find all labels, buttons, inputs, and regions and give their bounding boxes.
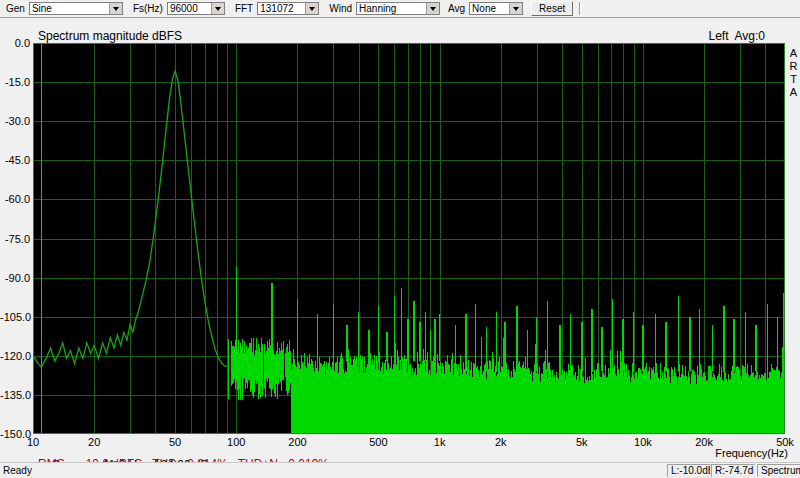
x-tick-label: 100 <box>227 436 245 448</box>
x-tick-label: 10k <box>634 436 652 448</box>
plot-title: Spectrum magnitude dBFS <box>38 29 182 43</box>
x-tick-label: 5k <box>576 436 588 448</box>
fft-size-select[interactable]: 131072 <box>257 2 319 15</box>
y-tick-label: -120.0 <box>0 350 30 362</box>
window-value: Hanning <box>357 3 426 14</box>
y-tick-label: -150.0 <box>0 428 30 440</box>
reset-button[interactable]: Reset <box>531 1 573 16</box>
averaging-value: None <box>470 3 509 14</box>
toolbar-separator <box>579 2 581 15</box>
x-tick-label: 500 <box>369 436 387 448</box>
y-tick-label: -135.0 <box>0 389 30 401</box>
spectrum-plot[interactable] <box>33 43 785 434</box>
x-tick-label: 20 <box>88 436 100 448</box>
chevron-down-icon[interactable] <box>211 3 224 14</box>
x-tick-label: 10 <box>27 436 39 448</box>
chevron-down-icon[interactable] <box>109 3 122 14</box>
channel-readout: LeftAvg:0 <box>703 29 765 43</box>
y-tick-label: 0.0 <box>0 37 30 49</box>
x-axis-title: Frequency(Hz) <box>715 447 788 459</box>
generator-value: Sine <box>30 3 109 14</box>
status-right-level: R:-74.7dB <box>711 464 755 477</box>
status-left-level: L:-10.0dB <box>667 464 711 477</box>
x-tick-label: 50 <box>169 436 181 448</box>
y-tick-label: -45.0 <box>0 154 30 166</box>
status-bar: Ready L:-10.0dB R:-74.7dB Spectrum A <box>0 462 800 478</box>
chevron-down-icon[interactable] <box>426 3 439 14</box>
sample-rate-value: 96000 <box>168 3 211 14</box>
window-label: Wind <box>329 3 352 14</box>
fs-label: Fs(Hz) <box>133 3 163 14</box>
arta-logo: ARTA <box>788 47 799 99</box>
status-mode: Spectrum A <box>757 464 800 477</box>
x-tick-label: 1k <box>434 436 446 448</box>
generator-select[interactable]: Sine <box>29 2 123 15</box>
y-tick-label: -105.0 <box>0 311 30 323</box>
gen-label: Gen <box>6 3 25 14</box>
arta-window: Gen Sine Fs(Hz) 96000 FFT 131072 Wind Ha… <box>0 0 800 478</box>
window-select[interactable]: Hanning <box>356 2 440 15</box>
sample-rate-select[interactable]: 96000 <box>167 2 225 15</box>
y-tick-label: -75.0 <box>0 233 30 245</box>
toolbar: Gen Sine Fs(Hz) 96000 FFT 131072 Wind Ha… <box>0 0 800 18</box>
y-tick-label: -30.0 <box>0 115 30 127</box>
averaging-select[interactable]: None <box>469 2 523 15</box>
channel-label: Left <box>709 29 729 43</box>
y-tick-label: -90.0 <box>0 272 30 284</box>
fft-label: FFT <box>235 3 253 14</box>
chevron-down-icon[interactable] <box>305 3 318 14</box>
chevron-down-icon[interactable] <box>509 3 522 14</box>
avg-readout: Avg:0 <box>735 29 765 43</box>
y-tick-label: -60.0 <box>0 193 30 205</box>
x-tick-label: 20k <box>695 436 713 448</box>
fft-size-value: 131072 <box>258 3 305 14</box>
avg-label: Avg <box>448 3 465 14</box>
x-tick-label: 2k <box>495 436 507 448</box>
y-tick-label: -15.0 <box>0 76 30 88</box>
x-tick-label: 50k <box>776 436 794 448</box>
x-tick-label: 200 <box>288 436 306 448</box>
status-ready: Ready <box>3 465 32 476</box>
